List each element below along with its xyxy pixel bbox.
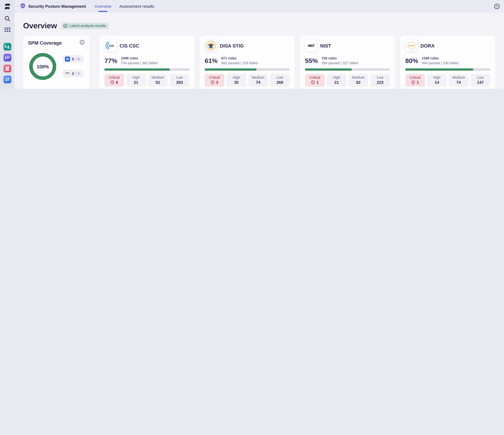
kubernetes-coverage-chip: ☸ 5 / 5 <box>63 55 83 63</box>
kubernetes-icon: ☸ <box>65 56 70 62</box>
framework-card-nist: NIST 55% 726 rules 399 passed | 327 fail… <box>300 36 395 89</box>
spm-shield-icon <box>20 3 26 10</box>
framework-name: DORA <box>420 43 435 48</box>
rail-divider <box>3 39 12 39</box>
framework-rules: 1180 rules 944 passed | 236 failed <box>422 56 458 66</box>
progress-bar <box>205 68 290 70</box>
aws-icon: aws <box>65 71 70 76</box>
severity-critical[interactable]: Critical 1 <box>305 74 324 87</box>
dashboards-app-icon[interactable] <box>3 43 11 51</box>
severity-low[interactable]: Low147 <box>471 74 490 87</box>
framework-percent: 77% <box>104 57 117 64</box>
coverage-donut: 100% <box>29 53 56 80</box>
security-posture-app: » M Security Posture M <box>0 0 504 89</box>
progress-bar <box>305 68 390 70</box>
apps-grid-icon[interactable] <box>4 27 10 34</box>
severity-critical[interactable]: Critical 2 <box>205 74 224 87</box>
progress-bar <box>405 68 490 70</box>
severity-medium[interactable]: Medium82 <box>349 74 368 87</box>
cis-logo-icon <box>104 39 117 52</box>
main-content: Overview Latest analysis results SPM Cov… <box>14 13 504 89</box>
top-bar: Security Posture Management Overview Ass… <box>14 0 504 13</box>
page-title: Overview <box>23 21 57 30</box>
severity-high[interactable]: High21 <box>327 74 346 87</box>
severity-critical[interactable]: Critical 1 <box>405 74 425 87</box>
severity-low[interactable]: Low223 <box>370 74 390 87</box>
tab-assessment-results[interactable]: Assessment results <box>119 0 154 13</box>
info-icon[interactable] <box>80 40 85 46</box>
tab-overview[interactable]: Overview <box>95 0 111 13</box>
nist-logo-icon <box>305 39 317 52</box>
critical-shield-icon <box>411 80 415 85</box>
search-icon[interactable] <box>4 15 10 23</box>
framework-card-dora: DORA 80% 1180 rules 944 passed | 236 fai… <box>400 36 495 89</box>
severity-high[interactable]: High21 <box>126 74 146 87</box>
severity-low[interactable]: Low268 <box>270 74 290 87</box>
svg-text:?: ? <box>496 5 498 8</box>
framework-rules: 1096 rules 734 passed | 362 failed <box>121 56 157 66</box>
severity-medium[interactable]: Medium74 <box>248 74 268 87</box>
severity-high[interactable]: High35 <box>226 74 246 87</box>
framework-rules: 971 rules 592 passed | 379 failed <box>221 56 258 66</box>
geolocation-app-icon[interactable] <box>3 65 11 72</box>
workflows-app-icon[interactable] <box>3 54 11 61</box>
coverage-title: SPM Coverage <box>28 40 62 46</box>
disa-logo-icon <box>205 39 217 52</box>
check-circle-icon <box>63 24 68 28</box>
critical-shield-icon <box>211 80 215 85</box>
help-icon[interactable]: ? <box>494 4 500 11</box>
framework-rules: 726 rules 399 passed | 327 failed <box>322 56 358 66</box>
severity-medium[interactable]: Medium52 <box>148 74 168 87</box>
framework-percent: 55% <box>305 57 318 64</box>
severity-high[interactable]: High14 <box>427 74 447 87</box>
framework-card-disa: DISA STIG 61% 971 rules 592 passed | 379… <box>200 36 295 89</box>
aws-coverage-chip: aws 2 / 2 <box>63 70 83 78</box>
critical-shield-icon <box>110 80 115 85</box>
framework-name: DISA STIG <box>220 43 244 48</box>
spm-coverage-card: SPM Coverage 100% ☸ 5 / 5 <box>23 36 90 89</box>
settings-app-icon[interactable] <box>3 75 11 83</box>
status-badge: Latest analysis results <box>61 22 109 29</box>
severity-critical[interactable]: Critical 6 <box>104 74 124 87</box>
framework-percent: 61% <box>205 57 218 64</box>
framework-name: CIS CSC <box>119 43 139 48</box>
dora-logo-icon <box>405 39 417 52</box>
dynatrace-logo-icon[interactable] <box>4 3 11 12</box>
framework-name: NIST <box>320 43 331 48</box>
tab-bar: Overview Assessment results <box>95 0 154 13</box>
progress-bar <box>104 68 189 70</box>
framework-card-cis: CIS CSC 77% 1096 rules 734 passed | 362 … <box>99 36 194 89</box>
severity-medium[interactable]: Medium74 <box>449 74 468 87</box>
framework-percent: 80% <box>405 57 418 64</box>
left-navigation-rail: » M <box>0 0 14 89</box>
severity-low[interactable]: Low283 <box>170 74 189 87</box>
app-title: Security Posture Management <box>28 4 86 9</box>
coverage-percent: 100% <box>36 64 49 69</box>
critical-shield-icon <box>311 80 315 85</box>
